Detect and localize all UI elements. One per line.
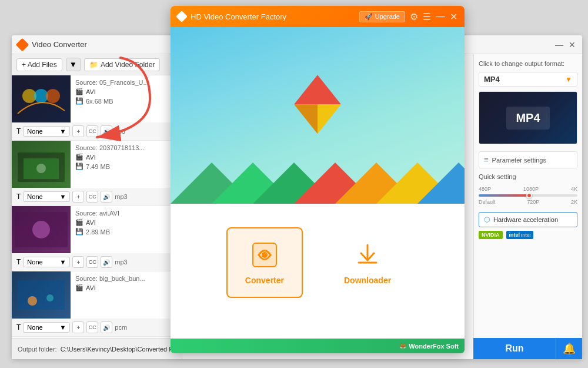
file-item-controls: T None ▼ + CC 🔊 mp3 (12, 188, 182, 205)
subtitle-select[interactable]: None ▼ (23, 191, 70, 202)
format-label: Click to change output format: (479, 60, 577, 67)
add-subtitle-button[interactable]: + (72, 321, 84, 333)
volume-button[interactable]: 🔊 (101, 321, 112, 333)
inner-minimize-button[interactable]: — (436, 11, 445, 22)
subtitle-select[interactable]: None ▼ (23, 322, 70, 333)
gpu-badges-row: NVIDIA intel Intel (479, 231, 577, 239)
format-icon: 🎬 (75, 153, 83, 161)
wonderfox-brand: WonderFox Soft (409, 343, 459, 350)
quality-sublabel-default: Default (479, 199, 496, 205)
file-source: Source: 20370718113... (75, 144, 177, 151)
inner-close-button[interactable]: ✕ (450, 11, 457, 22)
add-folder-label: Add Video Folder (101, 61, 155, 69)
outer-titlebar-left: Video Converter (18, 40, 87, 49)
parameter-settings-button[interactable]: ≡ Parameter settings (479, 151, 577, 168)
file-thumbnail (12, 206, 71, 253)
converter-feature-button[interactable]: Converter (226, 227, 303, 298)
add-files-dropdown-button[interactable]: ▼ (66, 58, 81, 71)
nvidia-label: NVIDIA (482, 232, 500, 238)
quality-slider-thumb[interactable] (526, 193, 532, 198)
file-item: Source: 20370718113... 🎬 AVI 💾 7.49 MB T (12, 141, 182, 206)
none-label: None (27, 324, 42, 331)
format-icon: 🎬 (75, 218, 83, 226)
output-bar: Output folder: C:\Users\Kevincy\Desktop\… (12, 338, 182, 359)
add-subtitle-button[interactable]: + (72, 125, 84, 137)
select-arrow-icon: ▼ (59, 324, 66, 331)
format-preview: MP4 (479, 91, 577, 144)
file-info: Source: avi.AVI 🎬 AVI 💾 2.89 MB (71, 206, 182, 253)
format-text: AVI (86, 154, 96, 161)
format-text: AVI (86, 88, 96, 95)
upgrade-button[interactable]: 🚀 Upgrade (359, 11, 405, 22)
none-label: None (27, 128, 42, 135)
minimize-button[interactable]: — (555, 41, 563, 49)
file-thumbnail (12, 141, 71, 188)
add-files-label: + Add Files (22, 61, 57, 69)
downloader-feature-button[interactable]: Downloader (326, 228, 409, 297)
volume-button[interactable]: 🔊 (101, 125, 112, 137)
cc-button[interactable]: CC (86, 321, 98, 333)
hardware-acceleration-button[interactable]: ⬡ Hardware acceleration (479, 212, 577, 227)
menu-button[interactable]: ☰ (423, 11, 431, 22)
file-info: Source: 05_Francois_U... 🎬 AVI 💾 6x.68 M… (71, 75, 182, 122)
hero-logo (282, 69, 353, 153)
size-icon: 💾 (75, 228, 83, 236)
format-text: AVI (86, 219, 96, 226)
inner-titlebar: HD Video Converter Factory 🚀 Upgrade ⚙ ☰… (171, 6, 465, 27)
converter-icon (250, 240, 279, 270)
run-button[interactable]: Run (473, 338, 556, 359)
inner-content: Converter Downloader 🦊 WonderFox Soft (171, 27, 465, 353)
cc-button[interactable]: CC (86, 191, 98, 203)
format-preview-inner: MP4 (506, 107, 549, 130)
intel-badge: intel Intel (506, 231, 534, 239)
volume-button[interactable]: 🔊 (101, 191, 112, 203)
file-format: 🎬 AVI (75, 153, 177, 161)
toolbar: + Add Files ▼ 📁 Add Video Folder (12, 54, 182, 75)
select-arrow-icon: ▼ (59, 258, 66, 266)
file-item-top: Source: 05_Francois_U... 🎬 AVI 💾 6x.68 M… (12, 75, 182, 122)
format-selector[interactable]: MP4 ▼ (479, 72, 577, 87)
svg-marker-11 (294, 75, 341, 104)
settings-button[interactable]: ⚙ (410, 11, 418, 22)
inner-hero (171, 27, 465, 204)
audio-label: pcm (115, 324, 127, 331)
file-info: Source: big_buck_bun... 🎬 AVI (71, 271, 182, 319)
file-size: 💾 7.49 MB (75, 163, 177, 170)
select-arrow-icon: ▼ (59, 128, 66, 135)
file-item: Source: big_buck_bun... 🎬 AVI T None ▼ + (12, 271, 182, 337)
add-files-button[interactable]: + Add Files (16, 58, 62, 71)
quick-setting-label: Quick setting (479, 173, 577, 180)
format-preview-text: MP4 (516, 111, 540, 125)
quality-slider-area: 480P 1080P 4K Default 720P 2K (479, 184, 577, 212)
audio-label: mp3 (115, 258, 127, 266)
add-video-folder-button[interactable]: 📁 Add Video Folder (84, 58, 161, 71)
subtitle-select[interactable]: None ▼ (23, 126, 70, 137)
cc-button[interactable]: CC (86, 256, 98, 268)
add-subtitle-button[interactable]: + (72, 191, 84, 203)
hardware-acceleration-label: Hardware acceleration (493, 216, 558, 223)
volume-button[interactable]: 🔊 (101, 256, 112, 268)
inner-titlebar-right: 🚀 Upgrade ⚙ ☰ — ✕ (359, 11, 457, 22)
size-icon: 💾 (75, 97, 83, 105)
inner-window-title: HD Video Converter Factory (191, 12, 286, 21)
format-dropdown-icon: ▼ (565, 75, 572, 84)
subtitle-select[interactable]: None ▼ (23, 257, 70, 267)
file-size: 💾 2.89 MB (75, 228, 177, 236)
quality-label-4k: 4K (571, 186, 577, 192)
quality-slider-track (479, 194, 577, 197)
file-source: Source: avi.AVI (75, 210, 177, 217)
close-button[interactable]: ✕ (568, 41, 576, 49)
file-size: 💾 6x.68 MB (75, 97, 177, 105)
file-item-controls: T None ▼ + CC 🔊 ac3 (12, 122, 182, 140)
file-item-controls: T None ▼ + CC 🔊 pcm (12, 319, 182, 336)
add-subtitle-button[interactable]: + (72, 256, 84, 268)
subtitle-icon: T (16, 193, 21, 201)
dropdown-arrow-icon: ▼ (69, 60, 77, 69)
wonderfox-icon: 🦊 (399, 343, 406, 349)
file-info: Source: 20370718113... 🎬 AVI 💾 7.49 MB (71, 141, 182, 188)
cc-button[interactable]: CC (86, 125, 98, 137)
run-area: Run 🔔 (473, 338, 582, 359)
alarm-button[interactable]: 🔔 (556, 338, 582, 359)
size-text: 6x.68 MB (86, 98, 113, 105)
file-source: Source: 05_Francois_U... (75, 79, 177, 86)
